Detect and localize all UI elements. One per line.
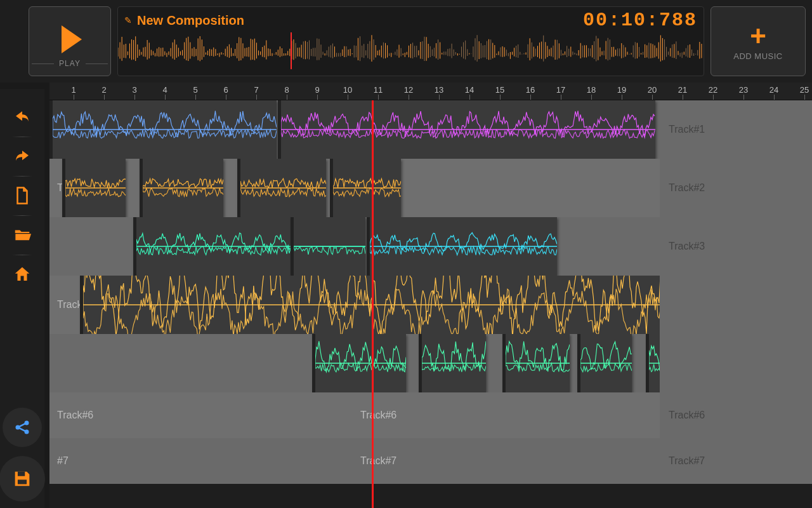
track-row: Track#3 Track#3 xyxy=(49,217,812,276)
track-header-right[interactable] xyxy=(660,276,812,334)
audio-clip[interactable] xyxy=(237,159,326,217)
track-label-mid: Track#6 xyxy=(360,410,396,421)
svg-rect-303 xyxy=(18,472,25,476)
ruler-number: 8 xyxy=(284,85,289,95)
play-label-row: PLAY xyxy=(29,59,110,68)
ruler-tick xyxy=(378,95,379,100)
ruler-tick xyxy=(591,95,592,100)
ruler-tick xyxy=(500,95,501,100)
overview-waveform[interactable] xyxy=(118,32,704,76)
play-label: PLAY xyxy=(59,59,81,68)
ruler-tick xyxy=(104,95,105,100)
audio-clip[interactable] xyxy=(312,334,406,392)
track-lane[interactable]: Track# xyxy=(49,276,660,334)
home-button[interactable] xyxy=(7,259,37,290)
ruler-tick xyxy=(439,95,440,100)
ruler-tick xyxy=(74,95,74,100)
track-name-label: Track#2 xyxy=(669,182,705,194)
audio-clip[interactable] xyxy=(502,334,570,392)
add-music-button[interactable]: + ADD MUSIC xyxy=(710,6,806,76)
play-button[interactable]: PLAY xyxy=(29,6,111,76)
ruler-tick xyxy=(713,95,714,100)
edit-title-icon[interactable]: ✎ xyxy=(124,15,132,25)
track-row: Track#5 xyxy=(49,334,812,392)
track-lane[interactable] xyxy=(49,100,660,159)
ruler-number: 5 xyxy=(193,85,197,95)
ruler-tick xyxy=(317,95,318,100)
track-name-label: Track#3 xyxy=(669,241,705,252)
audio-clip[interactable] xyxy=(80,276,660,334)
audio-clip[interactable] xyxy=(140,159,223,217)
ruler-number: 19 xyxy=(617,85,626,95)
audio-clip[interactable] xyxy=(49,100,277,159)
play-icon xyxy=(58,25,82,53)
ruler-number: 25 xyxy=(800,85,809,95)
ruler-tick xyxy=(195,95,196,100)
audio-clip[interactable] xyxy=(62,159,126,217)
audio-clip[interactable] xyxy=(419,334,486,392)
new-file-button[interactable] xyxy=(7,180,37,211)
main-playhead[interactable] xyxy=(372,100,374,508)
track-header-right[interactable]: Track#7 xyxy=(660,438,812,484)
track-name-label: Track#7 xyxy=(669,455,705,467)
composition-title[interactable]: New Composition xyxy=(137,13,578,28)
ruler-tick xyxy=(530,95,531,100)
audio-clip[interactable] xyxy=(577,334,632,392)
ruler-tick xyxy=(561,95,561,100)
overview-panel: ✎ New Composition 00:10:788 xyxy=(117,6,704,76)
timeline-workspace: 1234567891011121314151617181920212223242… xyxy=(49,83,812,508)
track-row: Track#6Track#6Track#6 xyxy=(49,392,812,438)
ruler-number: 20 xyxy=(648,85,657,95)
track-lane[interactable]: T xyxy=(49,159,660,217)
undo-button[interactable] xyxy=(7,102,37,132)
open-folder-button[interactable] xyxy=(7,220,37,250)
track-lane[interactable]: Track#5 xyxy=(49,334,660,392)
add-music-label: ADD MUSIC xyxy=(733,51,782,61)
ruler-number: 24 xyxy=(769,85,778,95)
track-header-right[interactable]: Track#3 xyxy=(660,217,812,276)
ruler-number: 15 xyxy=(495,85,504,95)
ruler-number: 21 xyxy=(678,85,687,95)
track-name-label: Track#6 xyxy=(669,410,705,421)
save-button[interactable] xyxy=(0,456,45,502)
track-row: Track#1 xyxy=(49,100,812,159)
audio-clip[interactable] xyxy=(367,217,557,276)
audio-clip[interactable] xyxy=(291,217,365,276)
audio-clip[interactable] xyxy=(646,334,660,392)
undo-icon xyxy=(13,107,32,126)
ruler-number: 16 xyxy=(526,85,535,95)
overview-wave-svg xyxy=(118,32,704,76)
track-header-right[interactable]: Track#2 xyxy=(660,159,812,217)
ruler-number: 12 xyxy=(404,85,413,95)
ruler-number: 3 xyxy=(132,85,136,95)
save-icon xyxy=(11,468,33,490)
track-label-mid: Track#7 xyxy=(360,455,396,467)
ruler-number: 23 xyxy=(739,85,748,95)
tracks-container: Track#1T Track#2Track#3 Track#3Track# Tr… xyxy=(49,100,812,508)
ruler-number: 6 xyxy=(223,85,228,95)
share-button[interactable] xyxy=(3,408,42,447)
track-header-right[interactable] xyxy=(660,334,812,392)
track-lane[interactable]: #7Track#7 xyxy=(49,438,660,484)
track-header-right[interactable]: Track#1 xyxy=(660,100,812,159)
audio-clip[interactable] xyxy=(133,217,291,276)
ruler-number: 11 xyxy=(374,85,383,95)
ruler-tick xyxy=(256,95,257,100)
track-label-left: Track#6 xyxy=(57,410,93,421)
track-lane[interactable]: Track#3 xyxy=(49,217,660,276)
track-lane[interactable]: Track#6Track#6 xyxy=(49,392,660,438)
header-bar: PLAY ✎ New Composition 00:10:788 + xyxy=(0,0,812,83)
track-header-right[interactable]: Track#6 xyxy=(660,392,812,438)
ruler-tick xyxy=(774,95,775,100)
audio-clip[interactable] xyxy=(278,100,655,159)
ruler-tick xyxy=(469,95,470,100)
overview-playhead xyxy=(291,32,292,69)
audio-clip[interactable] xyxy=(330,159,401,217)
timeline-ruler[interactable]: 1234567891011121314151617181920212223242… xyxy=(49,83,812,100)
ruler-tick xyxy=(287,95,287,100)
ruler-tick xyxy=(409,95,409,100)
redo-button[interactable] xyxy=(7,141,37,171)
ruler-number: 7 xyxy=(254,85,258,95)
track-row: T Track#2 xyxy=(49,159,812,217)
ruler-number: 18 xyxy=(587,85,596,95)
